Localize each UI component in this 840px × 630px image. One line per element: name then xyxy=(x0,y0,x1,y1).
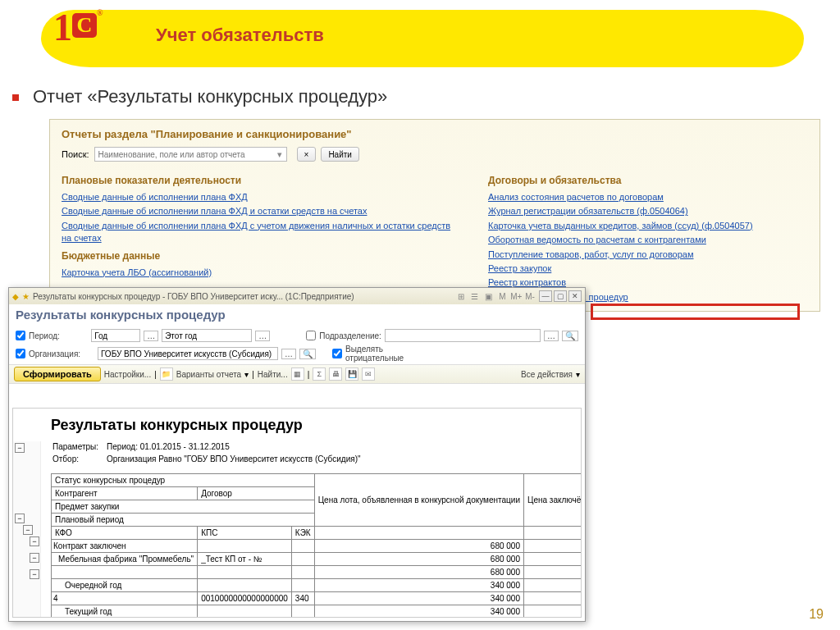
search-icon[interactable]: 🔍 xyxy=(562,331,578,341)
th: Цена заключённого контракта xyxy=(523,474,582,527)
report-link[interactable]: Карточка учета ЛБО (ассигнований) xyxy=(62,267,455,279)
slide-title: Учет обязательств xyxy=(156,25,324,46)
report-link[interactable]: Поступление товаров, работ, услуг по дог… xyxy=(488,249,800,261)
table-row[interactable]: Мебельная фабрика "Проммебель"_Тест КП о… xyxy=(52,553,582,566)
folder-icon[interactable]: 📁 xyxy=(160,368,173,381)
report-body: − − − − − − Результаты конкурсных процед… xyxy=(12,408,582,618)
print-icon[interactable]: 🖶 xyxy=(329,368,342,381)
section-plan-title: Плановые показатели деятельности xyxy=(62,175,455,186)
report-link[interactable]: Карточка учета выданных кредитов, займов… xyxy=(488,220,800,232)
table-row[interactable]: Текущий год340 000284 00056 000 xyxy=(52,605,582,619)
fav-icon[interactable]: ★ xyxy=(22,292,30,301)
tb-icon[interactable]: M xyxy=(496,292,508,301)
org-input[interactable] xyxy=(98,347,278,360)
logo-1c: 1C® xyxy=(53,8,103,47)
all-actions-link[interactable]: Все действия xyxy=(521,370,573,379)
window-title-text: Результаты конкурсных процедур - ГОБУ ВП… xyxy=(33,292,452,301)
th: КПС xyxy=(198,527,292,540)
table-row[interactable]: Контракт заключен680 000568 000112 000 xyxy=(52,540,582,553)
report-link[interactable]: Анализ состояния расчетов по договорам xyxy=(488,191,800,203)
th: КЭК xyxy=(291,527,314,540)
org-checkbox[interactable] xyxy=(16,349,25,358)
report-link[interactable]: Сводные данные об исполнении плана ФХД и… xyxy=(62,205,455,217)
highlight-rectangle xyxy=(591,304,800,320)
th: Плановый период xyxy=(52,514,315,527)
podr-checkbox[interactable] xyxy=(306,331,316,340)
collapse-toggle[interactable]: − xyxy=(30,569,39,579)
th: КФО xyxy=(52,527,198,540)
slide-subtitle: Отчет «Результаты конкурсных процедур» xyxy=(33,86,387,107)
th: Договор xyxy=(198,487,315,500)
run-button[interactable]: Сформировать xyxy=(14,367,101,381)
report-link[interactable]: Реестр закупок xyxy=(488,262,800,275)
close-button[interactable]: ✕ xyxy=(568,290,582,302)
search-input[interactable] xyxy=(94,147,287,162)
settings-link[interactable]: Настройки... xyxy=(104,370,151,379)
tb-icon[interactable]: M+ xyxy=(510,292,522,301)
period-checkbox[interactable] xyxy=(16,331,25,340)
report-link[interactable]: Журнал регистрации обязательств (ф.05040… xyxy=(488,205,800,217)
app-icon: ◆ xyxy=(12,292,19,301)
toolbar: Сформировать Настройки... | 📁 Варианты о… xyxy=(9,364,585,384)
neg-label: Выделять отрицательные xyxy=(345,345,411,363)
th: Статус конкурсных процедур xyxy=(52,474,315,487)
clear-search-button[interactable]: × xyxy=(297,147,317,162)
save-icon[interactable]: 💾 xyxy=(345,368,358,381)
window-1c: ◆ ★ Результаты конкурсных процедур - ГОБ… xyxy=(8,287,586,622)
sum-icon[interactable]: Σ xyxy=(313,368,326,381)
collapse-toggle[interactable]: − xyxy=(30,553,39,563)
collapse-toggle[interactable]: − xyxy=(15,514,25,523)
bullet-icon xyxy=(12,94,19,101)
neg-checkbox[interactable] xyxy=(332,349,342,358)
collapse-toggle[interactable]: − xyxy=(23,525,33,535)
mail-icon[interactable]: ✉ xyxy=(362,368,375,381)
search-label: Поиск: xyxy=(62,149,89,159)
tb-icon[interactable]: M- xyxy=(524,292,536,301)
ellipsis-button[interactable]: … xyxy=(255,331,270,341)
ellipsis-button[interactable]: … xyxy=(144,331,158,341)
section-contracts-title: Договоры и обязательства xyxy=(488,175,800,186)
maximize-button[interactable]: ▢ xyxy=(554,290,567,302)
period-label: Период: xyxy=(29,331,88,340)
th: Цена лота, объявленная в конкурсной доку… xyxy=(314,474,523,527)
report-link[interactable]: Оборотная ведомость по расчетам с контра… xyxy=(488,234,800,246)
ellipsis-button[interactable]: … xyxy=(281,349,296,359)
tb-icon[interactable]: ▣ xyxy=(483,292,495,301)
tb-icon[interactable]: ☰ xyxy=(469,292,481,301)
org-label: Организация: xyxy=(29,349,94,358)
th: Контрагент xyxy=(52,487,198,500)
collapse-toggle[interactable]: − xyxy=(15,443,25,453)
page-number: 19 xyxy=(809,607,824,622)
table-icon[interactable]: ▦ xyxy=(291,368,304,381)
section-budget-title: Бюджетные данные xyxy=(62,250,455,262)
podr-label: Подразделение: xyxy=(319,331,381,340)
period-value-input[interactable] xyxy=(162,329,252,342)
search-icon[interactable]: 🔍 xyxy=(299,349,316,359)
podr-input[interactable] xyxy=(385,329,541,342)
tree-gutter: − − − − − − xyxy=(13,441,41,617)
reports-heading: Отчеты раздела "Планирование и санкциони… xyxy=(62,128,808,140)
table-row[interactable]: 40010000000000000000340340 000284 00056 … xyxy=(52,592,582,605)
window-titlebar[interactable]: ◆ ★ Результаты конкурсных процедур - ГОБ… xyxy=(9,288,585,304)
minimize-button[interactable]: — xyxy=(539,290,552,302)
th: Предмет закупки xyxy=(52,500,315,514)
find-link[interactable]: Найти... xyxy=(258,370,288,379)
tb-icon[interactable]: ⊞ xyxy=(455,292,467,301)
find-button[interactable]: Найти xyxy=(321,147,359,162)
period-type-input[interactable] xyxy=(91,329,140,342)
report-link[interactable]: Сводные данные об исполнении плана ФХД xyxy=(62,191,455,203)
collapse-toggle[interactable]: − xyxy=(30,536,39,546)
report-link[interactable]: Сводные данные об исполнении плана ФХД с… xyxy=(62,220,455,245)
search-dropdown-icon[interactable]: ▾ xyxy=(277,149,282,160)
reports-panel: Отчеты раздела "Планирование и санкциони… xyxy=(49,119,820,312)
report-title: Результаты конкурсных процедур xyxy=(51,417,573,434)
report-header: Результаты конкурсных процедур xyxy=(9,304,585,325)
report-params: Параметры:Период: 01.01.2015 - 31.12.201… xyxy=(51,441,369,467)
ellipsis-button[interactable]: … xyxy=(544,331,559,341)
variants-link[interactable]: Варианты отчета xyxy=(176,370,241,379)
table-row[interactable]: 680 000568 000112 000 xyxy=(52,566,582,579)
data-table: Статус конкурсных процедур Цена лота, об… xyxy=(51,473,582,618)
table-row[interactable]: Очередной год340 000284 00056 000 xyxy=(52,579,582,592)
